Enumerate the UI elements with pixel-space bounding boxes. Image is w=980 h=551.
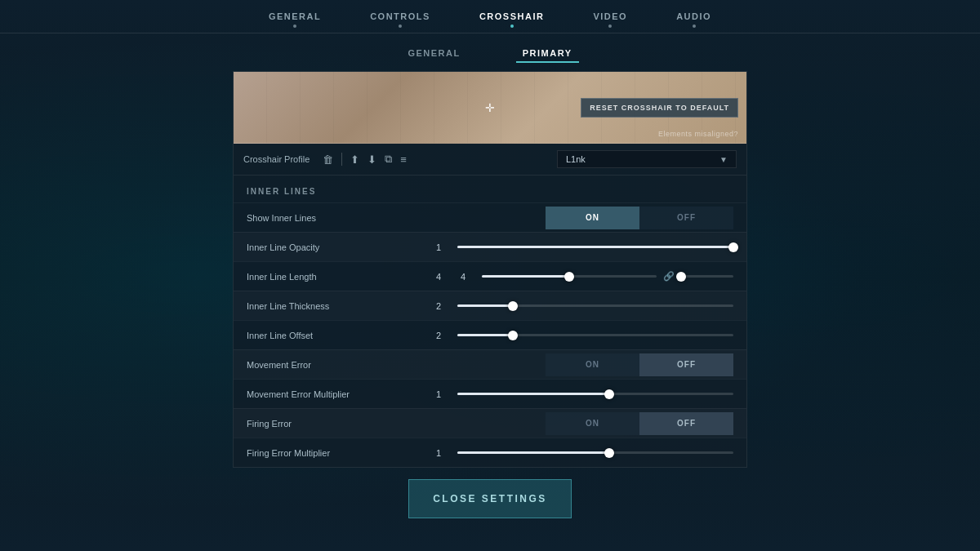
setting-label-inner-line-thickness: Inner Line Thickness xyxy=(247,301,426,311)
rename-profile-icon[interactable]: ≡ xyxy=(400,153,407,166)
setting-row-movement-error-multiplier: Movement Error Multiplier 1 xyxy=(234,379,746,408)
slider-inner-line-opacity[interactable] xyxy=(457,246,733,248)
setting-value-firing-error-multiplier: 1 xyxy=(426,448,451,458)
setting-row-firing-error: Firing Error On Off xyxy=(234,408,746,438)
sub-nav: GENERALPRIMARY xyxy=(401,37,578,68)
toggle-on-movement-error[interactable]: On xyxy=(546,353,639,376)
slider-fill-firing-error-multiplier xyxy=(457,451,609,454)
sub-nav-item-general[interactable]: GENERAL xyxy=(401,45,466,63)
inner-lines-section-header: INNER LINES xyxy=(234,176,746,202)
setting-label-movement-error: Movement Error xyxy=(247,360,426,370)
setting-value1-inner-line-length: 4 xyxy=(426,272,451,282)
setting-value2-inner-line-length: 4 xyxy=(451,272,475,282)
slider-track-movement-error-multiplier[interactable] xyxy=(457,393,733,395)
slider-inner-line-thickness[interactable] xyxy=(457,304,733,307)
preview-area: ✛ RESET CROSSHAIR TO DEFAULT Elements mi… xyxy=(234,72,746,144)
nav-item-general[interactable]: GENERAL xyxy=(269,11,321,28)
slider-thumb-inner-line-opacity[interactable] xyxy=(728,242,738,252)
nav-item-controls[interactable]: CONTROLS xyxy=(370,11,430,28)
slider-fill-inner-line-thickness xyxy=(457,304,513,307)
toggle-group-firing-error: On Off xyxy=(546,412,733,435)
toggle-group-show-inner-lines: On Off xyxy=(546,207,733,229)
toggle-on-show-inner-lines[interactable]: On xyxy=(546,207,639,229)
setting-value-inner-line-thickness: 2 xyxy=(426,301,451,311)
profile-select[interactable]: L1nk ▼ xyxy=(557,150,737,168)
profile-icons: 🗑 ⬆ ⬇ ⧉ ≡ xyxy=(323,153,407,166)
upload-profile-icon[interactable]: ⬆ xyxy=(350,153,359,166)
toggle-off-show-inner-lines[interactable]: Off xyxy=(639,207,733,229)
divider xyxy=(341,153,342,166)
slider-track-inner-line-thickness[interactable] xyxy=(457,304,733,307)
slider-track2-inner-line-length[interactable] xyxy=(681,275,733,278)
copy-profile-icon[interactable]: ⧉ xyxy=(385,153,392,166)
nav-dot xyxy=(293,24,296,28)
setting-row-show-inner-lines: Show Inner Lines On Off xyxy=(234,202,746,232)
profile-select-arrow-icon: ▼ xyxy=(719,155,728,164)
profile-row: Crosshair Profile 🗑 ⬆ ⬇ ⧉ ≡ L1nk ▼ xyxy=(234,144,746,176)
crosshair-preview: ✛ xyxy=(485,101,495,114)
toggle-off-movement-error[interactable]: Off xyxy=(639,353,733,376)
slider-firing-error-multiplier[interactable] xyxy=(457,451,733,454)
setting-label-inner-line-offset: Inner Line Offset xyxy=(247,331,426,340)
setting-label-firing-error: Firing Error xyxy=(247,419,426,429)
nav-label: VIDEO xyxy=(593,11,627,21)
setting-row-firing-error-multiplier: Firing Error Multiplier 1 xyxy=(234,438,746,467)
slider-thumb-inner-line-length[interactable] xyxy=(564,272,574,282)
elements-misaligned-text: Elements misaligned? xyxy=(658,130,738,138)
reset-crosshair-button[interactable]: RESET CROSSHAIR TO DEFAULT xyxy=(581,98,738,118)
nav-dot xyxy=(399,24,402,28)
slider-track-firing-error-multiplier[interactable] xyxy=(457,451,733,454)
toggle-on-firing-error[interactable]: On xyxy=(546,412,639,435)
nav-label: AUDIO xyxy=(676,11,711,21)
slider-movement-error-multiplier[interactable] xyxy=(457,393,733,395)
setting-row-inner-line-length: Inner Line Length 4 4 🔗 xyxy=(234,261,746,291)
top-nav: GENERALCONTROLSCROSSHAIRVIDEOAUDIO xyxy=(0,0,980,33)
toggle-off-firing-error[interactable]: Off xyxy=(639,412,733,435)
slider-thumb2-inner-line-length[interactable] xyxy=(676,272,686,282)
main-container: GENERALCONTROLSCROSSHAIRVIDEOAUDIO GENER… xyxy=(0,0,980,551)
nav-item-video[interactable]: VIDEO xyxy=(593,11,627,28)
slider-thumb-movement-error-multiplier[interactable] xyxy=(604,389,614,399)
setting-label-inner-line-opacity: Inner Line Opacity xyxy=(247,242,426,252)
nav-dot xyxy=(693,24,696,28)
setting-row-inner-line-thickness: Inner Line Thickness 2 xyxy=(234,291,746,320)
nav-dot xyxy=(510,24,514,28)
setting-row-inner-line-offset: Inner Line Offset 2 xyxy=(234,320,746,349)
nav-label: CROSSHAIR xyxy=(479,11,545,21)
setting-row-inner-line-opacity: Inner Line Opacity 1 xyxy=(234,232,746,261)
setting-label-show-inner-lines: Show Inner Lines xyxy=(247,213,426,223)
slider-fill-inner-line-opacity xyxy=(457,246,733,248)
slider-thumb-inner-line-offset[interactable] xyxy=(508,331,518,340)
nav-label: CONTROLS xyxy=(370,11,430,21)
delete-profile-icon[interactable]: 🗑 xyxy=(323,153,333,166)
toggle-group-movement-error: On Off xyxy=(546,353,733,376)
nav-dot xyxy=(608,24,612,28)
slider-thumb-inner-line-thickness[interactable] xyxy=(508,301,518,311)
sub-nav-item-primary[interactable]: PRIMARY xyxy=(516,45,579,63)
setting-value-inner-line-offset: 2 xyxy=(426,331,451,340)
setting-row-movement-error: Movement Error On Off xyxy=(234,349,746,379)
nav-item-crosshair[interactable]: CROSSHAIR xyxy=(479,11,545,28)
setting-label-firing-error-multiplier: Firing Error Multiplier xyxy=(247,448,426,458)
setting-value-inner-line-opacity: 1 xyxy=(426,242,451,252)
nav-item-audio[interactable]: AUDIO xyxy=(676,11,711,28)
settings-rows: Show Inner Lines On Off Inner Line Opaci… xyxy=(234,202,746,467)
profile-label: Crosshair Profile xyxy=(243,154,310,164)
content-scroll[interactable]: INNER LINES Show Inner Lines On Off Inne… xyxy=(234,176,746,467)
setting-label-movement-error-multiplier: Movement Error Multiplier xyxy=(247,389,426,399)
nav-label: GENERAL xyxy=(269,11,321,21)
setting-value-movement-error-multiplier: 1 xyxy=(426,389,451,399)
profile-select-value: L1nk xyxy=(566,154,715,164)
link-icon-inner-line-length: 🔗 xyxy=(663,271,675,282)
slider-track-inner-line-opacity[interactable] xyxy=(457,246,733,248)
slider-thumb-firing-error-multiplier[interactable] xyxy=(604,448,614,458)
settings-panel: ✛ RESET CROSSHAIR TO DEFAULT Elements mi… xyxy=(233,71,747,468)
slider-inner-line-length[interactable]: 🔗 xyxy=(482,271,733,282)
close-settings-button[interactable]: CLOSE SETTINGS xyxy=(408,479,572,518)
slider-inner-line-offset[interactable] xyxy=(457,334,733,336)
setting-label-inner-line-length: Inner Line Length xyxy=(247,272,426,282)
download-profile-icon[interactable]: ⬇ xyxy=(368,153,376,166)
slider-fill-movement-error-multiplier xyxy=(457,393,609,395)
slider-track-inner-line-length[interactable] xyxy=(482,275,657,278)
slider-track-inner-line-offset[interactable] xyxy=(457,334,733,336)
